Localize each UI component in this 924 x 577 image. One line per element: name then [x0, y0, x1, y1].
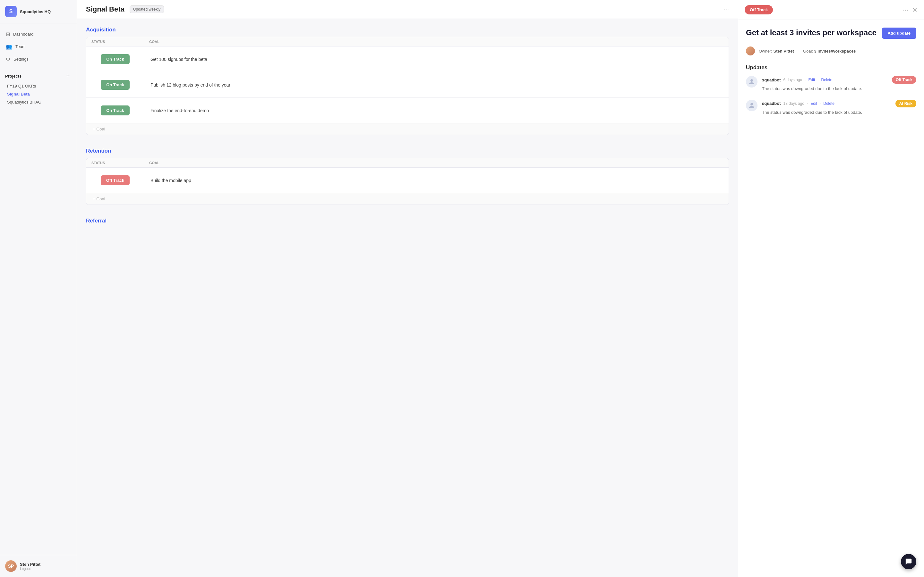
- sidebar-user-info: Sten Pittet Logout: [20, 562, 40, 571]
- header-more-button[interactable]: ···: [724, 6, 729, 13]
- status-cell: On Track: [86, 98, 144, 123]
- sidebar-footer: SP Sten Pittet Logout: [0, 555, 77, 577]
- update-author-1: squadbot: [762, 77, 781, 82]
- panel-close-button[interactable]: ✕: [912, 6, 918, 14]
- user-name: Sten Pittet: [20, 562, 40, 567]
- update-item: squadbot 13 days ago · Edit · Delete At …: [746, 100, 916, 116]
- goal-text: Build the mobile app: [144, 168, 729, 193]
- project-item-signal[interactable]: Signal Beta: [5, 90, 71, 98]
- projects-section: Projects + FY19 Q1 OKRs Signal Beta Squa…: [0, 70, 77, 109]
- table-header: Status Goal: [86, 158, 729, 168]
- projects-header: Projects +: [5, 73, 71, 79]
- goal-text: Get 100 signups for the beta: [144, 47, 729, 72]
- goal-text: Publish 12 blog posts by end of the year: [144, 72, 729, 97]
- project-item-bhag[interactable]: Squadlytics BHAG: [5, 98, 71, 106]
- main-header: Signal Beta Updated weekly ···: [77, 0, 738, 19]
- update-edit-link-1[interactable]: Edit: [809, 77, 815, 82]
- user-avatar: SP: [5, 560, 17, 572]
- update-text-1: The status was downgraded due to the lac…: [762, 85, 916, 92]
- update-delete-link-2[interactable]: Delete: [823, 101, 835, 106]
- goal-meta-label: Goal: 3 invites/workspaces: [803, 49, 856, 53]
- updates-title: Updates: [746, 64, 916, 71]
- chat-button[interactable]: [901, 554, 916, 569]
- team-icon: 👥: [6, 44, 12, 50]
- sidebar-item-dashboard[interactable]: ⊞ Dashboard: [3, 29, 74, 40]
- panel-more-button[interactable]: ···: [903, 6, 908, 13]
- update-body-2: squadbot 13 days ago · Edit · Delete At …: [762, 100, 916, 116]
- project-item-fy19[interactable]: FY19 Q1 OKRs: [5, 82, 71, 90]
- settings-icon: ⚙: [6, 56, 10, 62]
- update-time-1: 6 days ago: [783, 77, 803, 82]
- update-delete-link-1[interactable]: Delete: [821, 77, 833, 82]
- retention-title: Retention: [86, 148, 729, 154]
- add-project-button[interactable]: +: [65, 73, 71, 79]
- acquisition-title: Acquisition: [86, 27, 729, 33]
- status-badge: On Track: [101, 54, 129, 64]
- status-badge: On Track: [101, 80, 129, 90]
- panel-meta: Owner: Sten Pittet Goal: 3 invites/works…: [746, 47, 916, 55]
- org-logo: S: [5, 6, 17, 17]
- update-status-badge-2: At Risk: [895, 100, 916, 107]
- update-header-1: squadbot 6 days ago · Edit · Delete Off …: [762, 76, 916, 84]
- panel-body: Get at least 3 invites per workspace Add…: [738, 20, 924, 131]
- update-header-2: squadbot 13 days ago · Edit · Delete At …: [762, 100, 916, 107]
- updated-badge: Updated weekly: [129, 5, 164, 13]
- status-cell: On Track: [86, 72, 144, 97]
- owner-avatar: [746, 47, 755, 55]
- status-badge: Off Track: [101, 175, 129, 185]
- sidebar-item-settings[interactable]: ⚙ Settings: [3, 53, 74, 65]
- add-goal-button-acquisition[interactable]: + Goal: [86, 123, 729, 135]
- dashboard-icon: ⊞: [6, 31, 10, 37]
- referral-title: Referral: [86, 218, 729, 224]
- add-goal-button-retention[interactable]: + Goal: [86, 193, 729, 205]
- table-header: Status Goal: [86, 37, 729, 47]
- referral-section: Referral: [86, 218, 729, 224]
- update-edit-link-2[interactable]: Edit: [811, 101, 817, 106]
- owner-label: Owner: Sten Pittet: [759, 49, 794, 53]
- right-panel: Off Track ··· ✕ Get at least 3 invites p…: [738, 0, 924, 577]
- update-status-badge-1: Off Track: [892, 76, 916, 84]
- page-title: Signal Beta: [86, 5, 124, 13]
- org-name: Squadlytics HQ: [20, 9, 51, 14]
- squadbot-avatar-1: [746, 76, 758, 87]
- table-row[interactable]: On Track Finalize the end-to-end demo: [86, 98, 729, 123]
- status-cell: On Track: [86, 47, 144, 72]
- sidebar-nav-label-dashboard: Dashboard: [13, 32, 34, 37]
- sidebar-nav-label-settings: Settings: [13, 57, 29, 61]
- acquisition-section: Acquisition Status Goal On Track Get 100…: [86, 27, 729, 135]
- update-body-1: squadbot 6 days ago · Edit · Delete Off …: [762, 76, 916, 92]
- retention-table: Status Goal Off Track Build the mobile a…: [86, 158, 729, 205]
- update-item: squadbot 6 days ago · Edit · Delete Off …: [746, 76, 916, 92]
- squadbot-avatar-2: [746, 100, 758, 111]
- sidebar-nav: ⊞ Dashboard 👥 Team ⚙ Settings: [0, 23, 77, 70]
- table-row[interactable]: Off Track Build the mobile app: [86, 168, 729, 193]
- sidebar-item-team[interactable]: 👥 Team: [3, 41, 74, 52]
- update-text-2: The status was downgraded due to the lac…: [762, 109, 916, 116]
- table-row[interactable]: On Track Get 100 signups for the beta: [86, 47, 729, 72]
- update-author-2: squadbot: [762, 101, 781, 106]
- main-content: Signal Beta Updated weekly ··· Acquisiti…: [77, 0, 738, 577]
- panel-goal-title: Get at least 3 invites per workspace: [746, 27, 877, 37]
- status-cell: Off Track: [86, 168, 144, 193]
- retention-section: Retention Status Goal Off Track Build th…: [86, 148, 729, 205]
- status-badge: On Track: [101, 105, 129, 115]
- main-scroll: Acquisition Status Goal On Track Get 100…: [77, 19, 738, 577]
- panel-header: Off Track ··· ✕: [738, 0, 924, 20]
- logout-link[interactable]: Logout: [20, 567, 40, 571]
- update-time-2: 13 days ago: [783, 101, 804, 106]
- add-update-button[interactable]: Add update: [882, 27, 917, 39]
- table-row[interactable]: On Track Publish 12 blog posts by end of…: [86, 72, 729, 98]
- sidebar-nav-label-team: Team: [15, 44, 26, 49]
- acquisition-table: Status Goal On Track Get 100 signups for…: [86, 37, 729, 135]
- goal-text: Finalize the end-to-end demo: [144, 98, 729, 123]
- panel-status-badge: Off Track: [745, 5, 773, 15]
- sidebar: S Squadlytics HQ ⊞ Dashboard 👥 Team ⚙ Se…: [0, 0, 77, 577]
- sidebar-header: S Squadlytics HQ: [0, 0, 77, 23]
